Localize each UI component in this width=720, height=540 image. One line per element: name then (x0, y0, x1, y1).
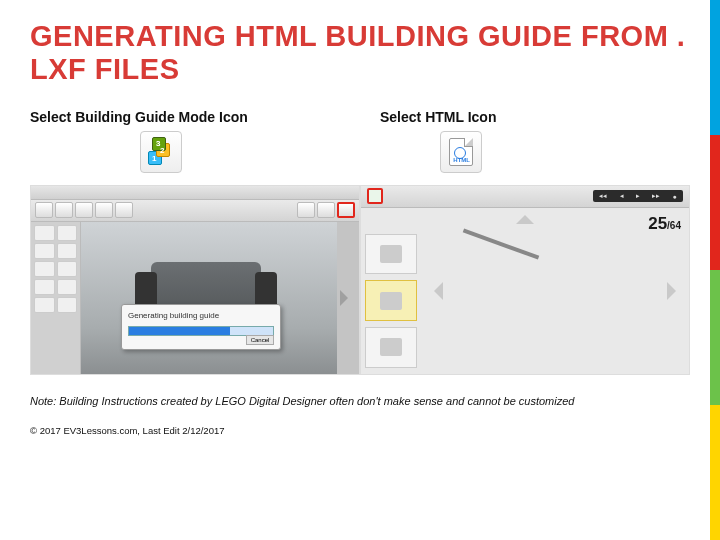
step-total: /64 (667, 220, 681, 231)
html-file-icon: HTML (449, 138, 473, 166)
building-guide-mode-icon[interactable]: 123 (140, 131, 182, 173)
bi-toolbar: ◂◂ ◂ ▸ ▸▸ ● (361, 186, 689, 208)
columns: Select Building Guide Mode Icon 123 Sele… (30, 109, 690, 183)
html-export-button[interactable] (367, 188, 383, 204)
page-title: GENERATING HTML BUILDING GUIDE FROM . LX… (30, 20, 690, 87)
tool-button[interactable] (317, 202, 335, 218)
palette-item[interactable] (57, 243, 78, 259)
camera-up-icon[interactable] (516, 206, 534, 224)
palette-item[interactable] (34, 279, 55, 295)
palette-item[interactable] (57, 225, 78, 241)
axle-icon (463, 228, 540, 259)
chevron-right-icon[interactable] (340, 290, 356, 306)
progress-dialog: Generating building guide Cancel (121, 304, 281, 350)
stripe-red (710, 135, 720, 270)
toolbar (31, 200, 359, 222)
copyright: © 2017 EV3Lessons.com, Last Edit 2/12/20… (30, 425, 690, 436)
part-preview (451, 228, 571, 308)
stripe-blue (710, 0, 720, 135)
step-thumb[interactable] (365, 327, 417, 368)
ff-icon[interactable]: ▸▸ (652, 192, 660, 200)
step-thumb[interactable] (365, 234, 417, 275)
slide: GENERATING HTML BUILDING GUIDE FROM . LX… (0, 0, 720, 540)
build-canvas[interactable]: Generating building guide Cancel (81, 222, 337, 374)
right-column-heading: Select HTML Icon (380, 109, 690, 125)
bi-main[interactable]: 25/64 (361, 208, 689, 374)
parts-palette[interactable] (31, 222, 81, 374)
tool-button[interactable] (115, 202, 133, 218)
building-guide-mode-button[interactable] (337, 202, 355, 218)
palette-item[interactable] (34, 225, 55, 241)
play-icon[interactable]: ▸ (636, 192, 640, 200)
left-column: Select Building Guide Mode Icon 123 (30, 109, 340, 183)
tool-button[interactable] (75, 202, 93, 218)
screenshot-instructions: ◂◂ ◂ ▸ ▸▸ ● 25/64 (360, 185, 690, 375)
prev-step-icon[interactable] (425, 282, 443, 300)
right-column: Select HTML Icon HTML (380, 109, 690, 183)
palette-item[interactable] (34, 297, 55, 313)
ldd-body: Generating building guide Cancel (31, 222, 359, 374)
html-export-icon[interactable]: HTML (440, 131, 482, 173)
record-icon[interactable]: ● (673, 193, 677, 200)
screenshots-row: Generating building guide Cancel ◂◂ ◂ ▸ (30, 185, 690, 375)
titlebar (31, 186, 359, 200)
cancel-button[interactable]: Cancel (246, 335, 274, 345)
stripe-yellow (710, 405, 720, 540)
tool-button[interactable] (297, 202, 315, 218)
palette-item[interactable] (34, 261, 55, 277)
prev-icon[interactable]: ◂ (620, 192, 624, 200)
screenshot-ldd: Generating building guide Cancel (30, 185, 360, 375)
tool-button[interactable] (35, 202, 53, 218)
palette-item[interactable] (34, 243, 55, 259)
step-counter: 25/64 (648, 214, 681, 234)
step-current: 25 (648, 214, 667, 233)
palette-item[interactable] (57, 261, 78, 277)
right-rail (337, 222, 359, 374)
dialog-text: Generating building guide (128, 311, 274, 320)
stripe-green (710, 270, 720, 405)
bi-body: 25/64 (361, 208, 689, 374)
footnote: Note: Building Instructions created by L… (30, 395, 690, 407)
playback-controls: ◂◂ ◂ ▸ ▸▸ ● (593, 190, 683, 202)
palette-item[interactable] (57, 279, 78, 295)
tool-button[interactable] (95, 202, 113, 218)
palette-item[interactable] (57, 297, 78, 313)
accent-stripe (710, 0, 720, 540)
next-step-icon[interactable] (667, 282, 685, 300)
left-column-heading: Select Building Guide Mode Icon (30, 109, 340, 125)
step-thumbnails (365, 234, 425, 368)
stacked-bricks-icon: 123 (146, 137, 176, 167)
tool-button[interactable] (55, 202, 73, 218)
step-thumb-selected[interactable] (365, 280, 417, 321)
rewind-icon[interactable]: ◂◂ (599, 192, 607, 200)
